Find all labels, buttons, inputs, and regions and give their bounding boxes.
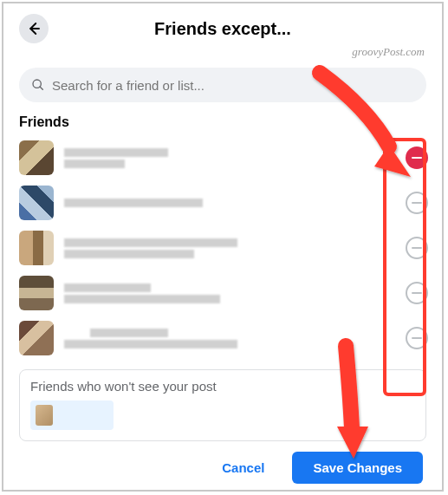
cancel-button[interactable]: Cancel [201, 452, 285, 484]
dialog-frame: Friends except... groovyPost.com Friends [2, 2, 444, 492]
avatar [36, 405, 53, 426]
friend-row[interactable] [19, 316, 435, 361]
back-arrow-icon [26, 21, 42, 36]
dialog-footer: Cancel Save Changes [3, 441, 442, 484]
friend-row[interactable] [19, 180, 435, 225]
exclude-toggle[interactable] [406, 192, 428, 214]
friend-row[interactable] [19, 225, 435, 270]
avatar [19, 321, 54, 355]
avatar [19, 231, 54, 265]
search-box[interactable] [19, 68, 426, 102]
minus-icon [412, 292, 422, 294]
excluded-label: Friends who won't see your post [30, 379, 415, 394]
search-input[interactable] [52, 78, 414, 93]
avatar [19, 276, 54, 310]
avatar [19, 186, 54, 220]
avatar [19, 140, 54, 175]
exclude-toggle[interactable] [406, 147, 428, 169]
exclude-toggle[interactable] [406, 282, 428, 304]
friend-row[interactable] [19, 270, 435, 316]
dialog-header: Friends except... [3, 3, 442, 49]
save-changes-button[interactable]: Save Changes [292, 452, 423, 484]
dialog-title: Friends except... [49, 19, 397, 39]
search-icon [31, 78, 45, 92]
minus-icon [412, 337, 422, 339]
minus-icon [412, 202, 422, 204]
minus-icon [412, 157, 422, 160]
friend-row[interactable] [19, 135, 435, 180]
watermark: groovyPost.com [352, 45, 425, 59]
exclude-toggle[interactable] [406, 237, 428, 259]
friends-list [3, 135, 442, 361]
excluded-box: Friends who won't see your post [19, 369, 426, 441]
excluded-chip[interactable] [30, 401, 114, 430]
minus-icon [412, 247, 422, 249]
back-button[interactable] [19, 14, 49, 43]
friends-section-label: Friends [3, 114, 442, 135]
exclude-toggle[interactable] [406, 327, 428, 349]
